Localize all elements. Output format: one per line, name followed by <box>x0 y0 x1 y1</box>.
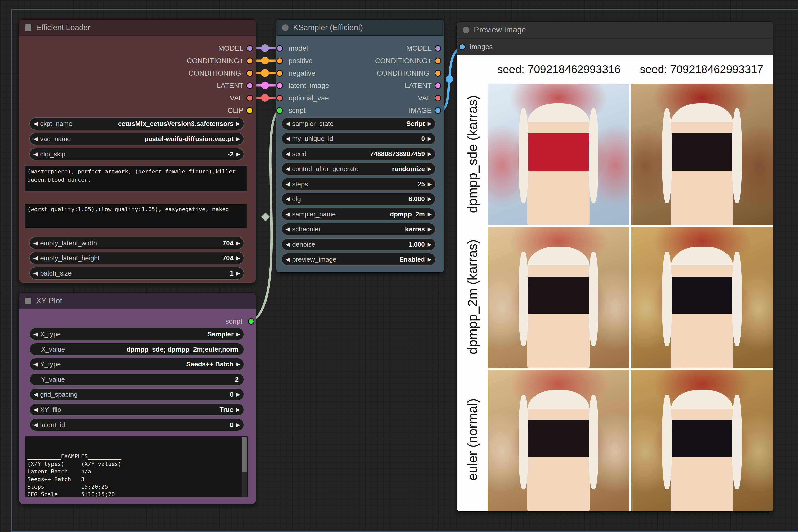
widget-control-after-generate[interactable]: ◀control_after_generaterandomize▶ <box>281 163 435 175</box>
arrow-right-icon[interactable]: ▶ <box>428 136 431 141</box>
node-xy-plot[interactable]: XY Plot script ◀X_typeSampler▶ X_valuedp… <box>19 293 256 504</box>
widget-empty-latent-height[interactable]: ◀ empty_latent_height 704 ▶ <box>30 252 244 264</box>
widget-xy-flip[interactable]: ◀XY_flipTrue▶ <box>30 403 244 416</box>
arrow-right-icon[interactable]: ▶ <box>428 227 431 232</box>
arrow-right-icon[interactable]: ▶ <box>428 151 431 157</box>
arrow-right-icon[interactable]: ▶ <box>236 121 240 127</box>
output-port-conditioning-plus[interactable]: CONDITIONING+ <box>276 57 444 64</box>
node-efficient-loader[interactable]: Efficient Loader MODEL CONDITIONING+ CON… <box>19 20 256 283</box>
widget-grid-spacing[interactable]: ◀grid_spacing0▶ <box>30 388 244 401</box>
port-dot[interactable] <box>246 45 253 52</box>
widget-empty-latent-width[interactable]: ◀ empty_latent_width 704 ▶ <box>30 237 244 249</box>
preview-image-cell[interactable] <box>631 227 773 368</box>
widget-my-unique-id[interactable]: ◀my_unique_id0▶ <box>281 132 435 145</box>
node-titlebar[interactable]: Preview Image <box>457 21 773 39</box>
output-port-model[interactable]: MODEL <box>276 44 444 52</box>
widget-x-type[interactable]: ◀X_typeSampler▶ <box>30 328 244 340</box>
arrow-left-icon[interactable]: ◀ <box>285 151 290 157</box>
arrow-right-icon[interactable]: ▶ <box>428 182 431 187</box>
output-port-script[interactable]: script <box>19 318 256 325</box>
arrow-right-icon[interactable]: ▶ <box>236 255 240 261</box>
arrow-left-icon[interactable]: ◀ <box>34 241 38 246</box>
arrow-right-icon[interactable]: ▶ <box>236 407 240 412</box>
output-port-clip[interactable]: CLIP <box>19 107 256 114</box>
arrow-right-icon[interactable]: ▶ <box>428 166 431 172</box>
widget-denoise[interactable]: ◀denoise1.000▶ <box>281 238 435 251</box>
port-dot[interactable] <box>248 318 254 325</box>
arrow-left-icon[interactable]: ◀ <box>34 255 38 261</box>
arrow-left-icon[interactable]: ◀ <box>285 257 290 262</box>
arrow-left-icon[interactable]: ◀ <box>285 227 290 232</box>
output-port-latent[interactable]: LATENT <box>276 82 444 90</box>
arrow-right-icon[interactable]: ▶ <box>428 196 431 202</box>
arrow-right-icon[interactable]: ▶ <box>428 121 431 127</box>
widget-vae-name[interactable]: ◀ vae_name pastel-waifu-diffusion.vae.pt… <box>30 133 244 145</box>
arrow-left-icon[interactable]: ◀ <box>285 166 290 172</box>
widget-scheduler[interactable]: ◀schedulerkarras▶ <box>281 223 435 235</box>
arrow-left-icon[interactable]: ◀ <box>34 392 38 397</box>
arrow-left-icon[interactable]: ◀ <box>285 182 290 187</box>
node-preview-image[interactable]: Preview Image images seed: 7092184629933… <box>457 21 773 511</box>
arrow-right-icon[interactable]: ▶ <box>236 241 240 246</box>
arrow-left-icon[interactable]: ◀ <box>285 242 290 247</box>
widget-steps[interactable]: ◀steps25▶ <box>281 178 435 190</box>
widget-y-type[interactable]: ◀Y_typeSeeds++ Batch▶ <box>30 358 244 370</box>
output-port-conditioning-minus[interactable]: CONDITIONING- <box>19 70 256 77</box>
arrow-right-icon[interactable]: ▶ <box>428 257 431 262</box>
widget-preview-image[interactable]: ◀preview_imageEnabled▶ <box>281 253 435 266</box>
arrow-left-icon[interactable]: ◀ <box>285 136 290 141</box>
arrow-left-icon[interactable]: ◀ <box>285 196 290 202</box>
port-dot[interactable] <box>459 43 466 50</box>
widget-latent-id[interactable]: ◀latent_id0▶ <box>30 418 244 431</box>
arrow-right-icon[interactable]: ▶ <box>428 242 431 247</box>
widget-seed[interactable]: ◀seed748808738907459▶ <box>281 148 435 160</box>
preview-image-cell[interactable] <box>488 370 629 511</box>
output-port-conditioning-plus[interactable]: CONDITIONING+ <box>19 57 256 64</box>
arrow-right-icon[interactable]: ▶ <box>236 392 240 397</box>
node-ksampler-efficient[interactable]: KSampler (Efficient) model positive nega… <box>276 20 444 272</box>
preview-image-cell[interactable] <box>488 84 629 225</box>
preview-image-cell[interactable] <box>631 370 773 511</box>
node-titlebar[interactable]: XY Plot <box>19 293 256 309</box>
arrow-right-icon[interactable]: ▶ <box>428 212 431 217</box>
port-dot[interactable] <box>434 58 441 64</box>
arrow-left-icon[interactable]: ◀ <box>34 331 38 337</box>
port-dot[interactable] <box>434 82 441 89</box>
arrow-right-icon[interactable]: ▶ <box>236 362 240 367</box>
port-dot[interactable] <box>434 95 441 101</box>
node-titlebar[interactable]: Efficient Loader <box>19 20 256 36</box>
scrollbar[interactable] <box>242 437 247 496</box>
negative-prompt-textarea[interactable]: (worst quality:1.05),(low quality:1.05),… <box>25 204 247 228</box>
arrow-right-icon[interactable]: ▶ <box>236 271 240 276</box>
output-port-vae[interactable]: VAE <box>276 94 444 102</box>
examples-textarea[interactable]: __________EXAMPLES__________ (X/Y_types)… <box>25 436 248 497</box>
arrow-left-icon[interactable]: ◀ <box>34 152 38 157</box>
output-port-latent[interactable]: LATENT <box>19 82 256 90</box>
arrow-right-icon[interactable]: ▶ <box>236 422 240 428</box>
widget-sampler-state[interactable]: ◀sampler_stateScript▶ <box>281 117 435 130</box>
port-dot[interactable] <box>246 70 253 77</box>
collapse-circle-icon[interactable] <box>282 24 289 31</box>
arrow-left-icon[interactable]: ◀ <box>34 362 38 367</box>
scrollbar-thumb[interactable] <box>242 437 247 472</box>
output-port-conditioning-minus[interactable]: CONDITIONING- <box>276 70 444 77</box>
widget-ckpt-name[interactable]: ◀ ckpt_name cetusMix_cetusVersion3.safet… <box>30 117 244 130</box>
arrow-left-icon[interactable]: ◀ <box>34 407 38 412</box>
widget-y-value[interactable]: Y_value2 <box>30 373 244 386</box>
port-dot[interactable] <box>434 70 441 77</box>
port-dot[interactable] <box>246 58 253 64</box>
output-port-model[interactable]: MODEL <box>19 44 256 52</box>
preview-image-cell[interactable] <box>631 84 773 225</box>
arrow-right-icon[interactable]: ▶ <box>236 331 240 337</box>
port-dot[interactable] <box>434 45 441 52</box>
input-port-images[interactable]: images <box>457 39 773 55</box>
port-dot[interactable] <box>246 107 253 114</box>
output-port-vae[interactable]: VAE <box>19 94 256 102</box>
collapse-square-icon[interactable] <box>25 298 32 304</box>
port-dot[interactable] <box>246 82 253 89</box>
widget-cfg[interactable]: ◀cfg6.000▶ <box>281 193 435 205</box>
widget-clip-skip[interactable]: ◀ clip_skip -2 ▶ <box>30 148 244 160</box>
widget-x-value[interactable]: X_valuedpmpp_sde; dpmpp_2m;euler,norm <box>30 343 244 356</box>
arrow-right-icon[interactable]: ▶ <box>236 152 240 157</box>
output-port-image[interactable]: IMAGE <box>276 107 444 114</box>
